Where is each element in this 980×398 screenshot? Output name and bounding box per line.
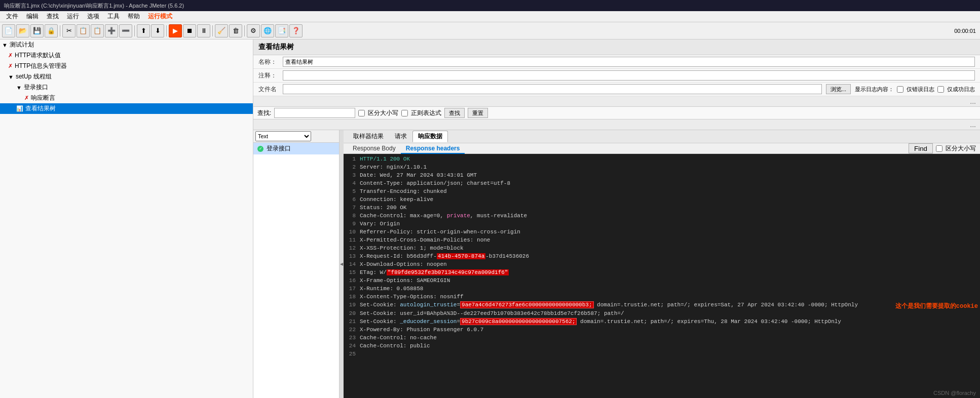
error-log-label: 仅错误日志	[907, 86, 934, 93]
tb-new[interactable]: 📄	[2, 24, 15, 37]
tb-copy[interactable]: 📋	[77, 24, 90, 37]
log-content-label: 显示日志内容：	[855, 86, 894, 93]
collapse-handle[interactable]: ◀	[340, 130, 344, 398]
menu-bar: 文件 编辑 查找 运行 选项 工具 帮助 运行模式	[0, 11, 980, 22]
left-result-panel: Text HTML JSON XML ✓ 登录接口	[253, 130, 340, 398]
result-item-login[interactable]: ✓ 登录接口	[253, 143, 339, 154]
menu-run[interactable]: 运行	[63, 11, 83, 22]
tree-item-login-api[interactable]: ▼ 登录接口	[0, 82, 253, 93]
sep5	[244, 25, 245, 36]
tb-saveas[interactable]: 🔒	[45, 24, 58, 37]
tb-clear-all[interactable]: 🗑	[229, 24, 242, 37]
tree-item-result-tree[interactable]: 📊 查看结果树	[0, 103, 253, 114]
sub-tabs-find-row: Response Body Response headers Find 区分大小…	[344, 143, 980, 154]
tab-sampler[interactable]: 取样器结果	[348, 131, 389, 142]
find-right-btn[interactable]: Find	[909, 143, 933, 153]
menu-edit[interactable]: 编辑	[22, 11, 43, 22]
tree-label: 登录接口	[24, 83, 48, 92]
line-9: 9 Vary: Origin	[344, 221, 980, 229]
login-icon: ▼	[16, 85, 22, 91]
find-area: Find 区分大小写	[909, 143, 976, 153]
log-options: 显示日志内容： 仅错误日志 仅成功日志	[855, 86, 975, 93]
browse-btn[interactable]: 浏览...	[826, 84, 851, 94]
tree-item-testplan[interactable]: ▼ 测试计划	[0, 39, 253, 50]
line-20: 20 Set-Cookie: user_id=BAhpbA%3D--de227e…	[344, 310, 980, 319]
menu-options[interactable]: 选项	[83, 11, 103, 22]
tb-open[interactable]: 📂	[16, 24, 29, 37]
tb-collapse[interactable]: ➖	[119, 24, 132, 37]
expand-icon: ▼	[2, 42, 8, 48]
comment-input[interactable]	[283, 70, 975, 81]
menu-find[interactable]: 查找	[43, 11, 63, 22]
tb-stop[interactable]: ⏹	[183, 24, 196, 37]
tree-item-http-header[interactable]: ✗ HTTP信息头管理器	[0, 61, 253, 71]
comment-row: 注释：	[253, 69, 980, 83]
tree-item-setup-group[interactable]: ▼ setUp 线程组	[0, 71, 253, 82]
name-input[interactable]	[283, 57, 975, 67]
line-18: 18 X-Content-Type-Options: nosniff	[344, 294, 980, 302]
tree-label: HTTP请求默认值	[15, 51, 61, 60]
response-content: 1 HTTP/1.1 200 OK 2 Server: nginx/1.10.1…	[344, 154, 980, 398]
regex-label: 正则表达式	[411, 109, 441, 117]
title-text: 响应断言1.jmx (C:\chy\xinjinyuan\响应断言1.jmx) …	[4, 2, 184, 10]
line-7: 7 Status: 200 OK	[344, 205, 980, 213]
dots1: ...	[970, 97, 976, 105]
sub-tab-body[interactable]: Response Body	[348, 144, 401, 154]
tb-paste[interactable]: 📋	[91, 24, 104, 37]
title-bar: 响应断言1.jmx (C:\chy\xinjinyuan\响应断言1.jmx) …	[0, 0, 980, 11]
file-row: 文件名 浏览... 显示日志内容： 仅错误日志 仅成功日志	[253, 83, 980, 96]
tb-move-down[interactable]: ⬇	[151, 24, 164, 37]
format-select[interactable]: Text HTML JSON XML	[255, 131, 311, 141]
menu-tools[interactable]: 工具	[103, 11, 124, 22]
menu-help[interactable]: 帮助	[124, 11, 144, 22]
sub-tab-headers[interactable]: Response headers	[401, 144, 465, 154]
tb-save[interactable]: 💾	[30, 24, 44, 37]
panel-title-text: 查看结果树	[258, 43, 294, 51]
case-sensitive-cb[interactable]	[358, 110, 365, 116]
menu-run-mode: 运行模式	[144, 11, 176, 22]
line-24: 24 Cache-Control: public	[344, 343, 980, 351]
tb-remote[interactable]: 🌐	[261, 24, 274, 37]
tree-item-http-default[interactable]: ✗ HTTP请求默认值	[0, 50, 253, 61]
success-log-checkbox[interactable]	[937, 86, 944, 93]
line-17: 17 X-Runtime: 0.058858	[344, 286, 980, 294]
case-sensitive-label: 区分大小写	[368, 109, 398, 117]
tb-settings[interactable]: ⚙	[247, 24, 260, 37]
tb-clear[interactable]: 🧹	[215, 24, 228, 37]
line-15: 15 ETag: W/"f89fde9532fe3b07134c49c97ea0…	[344, 269, 980, 277]
right-result-panel: 取样器结果 请求 响应数据 Response Body Response hea…	[344, 130, 980, 398]
error-log-checkbox[interactable]	[897, 86, 903, 93]
tb-help[interactable]: ❓	[289, 24, 303, 37]
tb-stop-now[interactable]: ⏸	[197, 24, 210, 37]
result-item-label: 登录接口	[267, 144, 291, 153]
timestamp: 00:00:01	[954, 28, 978, 34]
tb-run[interactable]: ▶	[169, 24, 182, 37]
tb-expand[interactable]: ➕	[105, 24, 118, 37]
reset-btn[interactable]: 重置	[468, 108, 488, 118]
line-11: 11 X-Permitted-Cross-Domain-Policies: no…	[344, 237, 980, 245]
sep3	[166, 25, 167, 36]
tab-request[interactable]: 请求	[389, 131, 412, 142]
line-23: 23 Cache-Control: no-cache	[344, 335, 980, 343]
tree-item-response-assert[interactable]: ✗ 响应断言	[0, 93, 253, 103]
menu-file[interactable]: 文件	[2, 11, 22, 22]
main-layout: ▼ 测试计划 ✗ HTTP请求默认值 ✗ HTTP信息头管理器 ▼ setUp …	[0, 39, 980, 398]
tb-cut[interactable]: ✂	[62, 24, 76, 37]
case-right-label: 区分大小写	[946, 144, 976, 153]
search-input[interactable]	[274, 108, 355, 118]
line-25: 25	[344, 351, 980, 359]
http-icon: ✗	[8, 52, 13, 59]
regex-cb[interactable]	[401, 110, 408, 116]
line-2: 2 Server: nginx/1.10.1	[344, 164, 980, 172]
tab-response[interactable]: 响应数据	[412, 131, 448, 142]
tb-templates[interactable]: 📑	[275, 24, 288, 37]
tb-move-up[interactable]: ⬆	[137, 24, 150, 37]
sep1	[60, 25, 60, 36]
sep4	[212, 25, 213, 36]
toolbar-row2: ...	[253, 120, 980, 130]
line-22: 22 X-Powered-By: Phusion Passenger 6.0.7	[344, 327, 980, 335]
file-input[interactable]	[283, 84, 822, 94]
find-btn[interactable]: 查找	[444, 108, 465, 118]
dots2: ...	[970, 121, 976, 129]
case-right-cb[interactable]	[936, 145, 943, 152]
